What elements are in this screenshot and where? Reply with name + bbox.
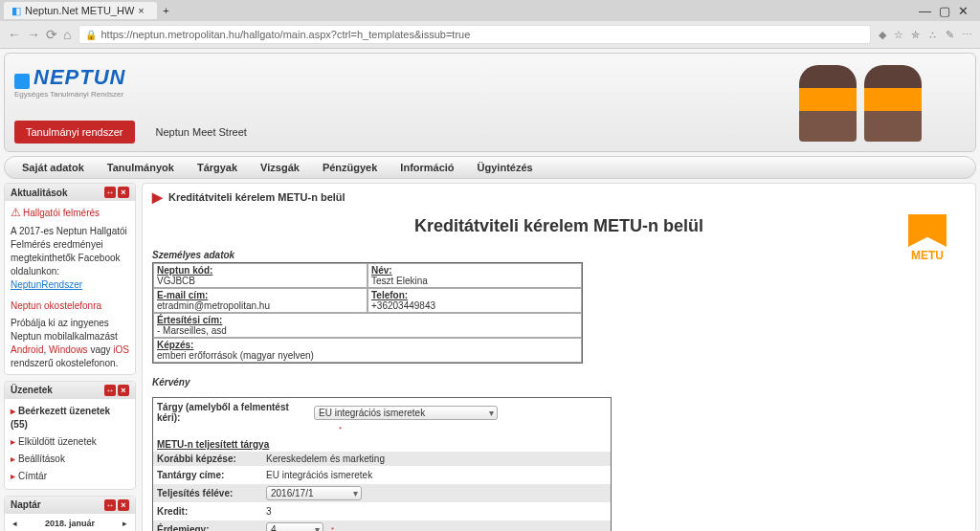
cal-month: 2018. január <box>45 518 95 530</box>
course-value: EU integrációs ismeretek <box>266 470 372 480</box>
section-request: Kérvény <box>152 377 966 387</box>
favorites-bar-icon[interactable]: ✮ <box>911 29 920 41</box>
training-value: emberi erőforrások (magyar nyelven) <box>157 350 578 361</box>
news-link[interactable]: NeptunRendszer <box>11 279 82 290</box>
phone-value: +36203449843 <box>371 300 578 311</box>
tab-favicon: ◧ <box>11 5 21 17</box>
msg-inbox[interactable]: Beérkezett üzenetek (55) <box>11 403 129 433</box>
maximize-icon[interactable]: ▢ <box>939 4 950 18</box>
menu-icon[interactable]: ⋯ <box>962 29 972 41</box>
prev-value: Kereskedelem és marketing <box>266 454 385 464</box>
metu-logo: METU <box>899 214 956 272</box>
browser-tab[interactable]: ◧ Neptun.Net METU_HW × <box>4 2 157 19</box>
news-title: Aktualitások <box>11 188 67 198</box>
header-nav: Tanulmányi rendszer Neptun Meet Street <box>14 121 258 144</box>
menu-targyak[interactable]: Tárgyak <box>188 158 247 177</box>
news-panel: Aktualitások ↔× ⚠Hallgatói felmérés A 20… <box>4 183 136 375</box>
panel-close-icon[interactable]: × <box>118 385 129 396</box>
panel-action-icon[interactable]: ↔ <box>104 499 116 511</box>
required-marker: * <box>331 525 334 531</box>
messages-panel: Üzenetek ↔× Beérkezett üzenetek (55) Elk… <box>4 381 136 490</box>
name-value: Teszt Elekina <box>371 276 578 286</box>
msg-directory[interactable]: Címtár <box>11 468 129 485</box>
logo-icon <box>14 74 30 89</box>
messages-title: Üzenetek <box>11 385 53 395</box>
browser-chrome: ◧ Neptun.Net METU_HW × + — ▢ ✕ ← → ⟳ ⌂ h… <box>0 0 980 49</box>
phone-title[interactable]: Neptun okostelefonra <box>11 299 129 313</box>
email-value: etradmin@metropolitan.hu <box>157 300 364 311</box>
minimize-icon[interactable]: — <box>919 4 931 18</box>
new-tab-button[interactable]: + <box>163 5 168 16</box>
nav-tanulmanyi[interactable]: Tanulmányi rendszer <box>14 121 135 144</box>
menu-tanulmanyok[interactable]: Tanulmányok <box>98 158 184 177</box>
completed-title: METU-n teljesített tárgya <box>157 439 607 450</box>
url-input[interactable]: https://neptun.metropolitan.hu/hallgato/… <box>78 25 871 44</box>
breadcrumb: ▶ Kreditátviteli kérelem METU-n belül <box>152 188 966 210</box>
grade-dropdown[interactable]: 4 <box>266 522 323 531</box>
extension-icon[interactable]: ◆ <box>879 29 886 41</box>
close-icon[interactable]: × <box>138 5 149 16</box>
calendar-title: Naptár <box>11 499 41 510</box>
menu-informacio[interactable]: Információ <box>390 158 463 177</box>
news-text: A 2017-es Neptun Hallgatói Felmérés ered… <box>11 226 127 277</box>
panel-close-icon[interactable]: × <box>118 187 129 198</box>
page-header: NEPTUN Egységes Tanulmányi Rendszer Tanu… <box>4 53 976 152</box>
url-bar: ← → ⟳ ⌂ https://neptun.metropolitan.hu/h… <box>0 21 980 48</box>
semester-dropdown[interactable]: 2016/17/1 <box>266 486 362 500</box>
link-android[interactable]: Android <box>11 344 43 355</box>
menu-ugyintezes[interactable]: Ügyintézés <box>468 158 543 177</box>
page-title: Kreditátviteli kérelem METU-n belül <box>152 210 966 246</box>
notif-value: - Marseilles, asd <box>157 325 578 336</box>
panel-action-icon[interactable]: ↔ <box>104 385 116 396</box>
breadcrumb-text: Kreditátviteli kérelem METU-n belül <box>168 191 345 203</box>
reload-icon[interactable]: ⟳ <box>46 27 57 42</box>
cal-prev-icon[interactable]: ◂ <box>12 518 17 530</box>
subject-dropdown[interactable]: EU integrációs ismeretek <box>314 406 498 420</box>
required-marker: * <box>320 425 607 433</box>
reading-icon[interactable]: ⛬ <box>927 29 938 41</box>
url-text: https://neptun.metropolitan.hu/hallgato/… <box>100 29 470 40</box>
menu-penzugyek[interactable]: Pénzügyek <box>313 158 387 177</box>
panel-action-icon[interactable]: ↔ <box>104 187 116 198</box>
home-icon[interactable]: ⌂ <box>63 27 71 42</box>
sidebar: Aktualitások ↔× ⚠Hallgatói felmérés A 20… <box>4 183 136 531</box>
banner-image <box>765 57 956 149</box>
tab-title: Neptun.Net METU_HW <box>25 5 134 16</box>
neptun-value: VGJBCB <box>157 276 364 286</box>
window-controls: — ▢ ✕ <box>919 4 976 18</box>
link-windows[interactable]: Windows <box>49 344 88 355</box>
panel-close-icon[interactable]: × <box>118 499 129 511</box>
menu-bar: Saját adatok Tanulmányok Tárgyak Vizsgák… <box>4 156 976 179</box>
msg-sent[interactable]: Elküldött üzenetek <box>11 433 129 451</box>
chevron-right-icon: ▶ <box>152 189 163 205</box>
link-ios[interactable]: iOS <box>113 344 129 355</box>
content-area: ▶ Kreditátviteli kérelem METU-n belül Kr… <box>142 183 976 531</box>
nav-meetstreet[interactable]: Neptun Meet Street <box>145 121 258 144</box>
back-icon[interactable]: ← <box>8 27 21 42</box>
cal-next-icon[interactable]: ▸ <box>122 518 127 530</box>
forward-icon[interactable]: → <box>27 27 40 42</box>
personal-form: Neptun kód:VGJBCB Név:Teszt Elekina E-ma… <box>152 262 583 364</box>
lock-icon <box>85 29 97 40</box>
calendar-panel: Naptár ↔× ◂2018. január▸ HKSzeCsPSzoV 25… <box>4 496 136 531</box>
favorite-icon[interactable]: ☆ <box>894 29 903 41</box>
logo-title: NEPTUN <box>33 65 125 89</box>
msg-settings[interactable]: Beállítások <box>11 451 129 468</box>
section-personal: Személyes adatok <box>152 250 966 260</box>
tab-bar: ◧ Neptun.Net METU_HW × + — ▢ ✕ <box>0 0 980 21</box>
menu-sajat[interactable]: Saját adatok <box>12 158 94 177</box>
notes-icon[interactable]: ✎ <box>946 29 954 41</box>
close-window-icon[interactable]: ✕ <box>958 4 969 18</box>
request-box: Tárgy (amelyből a felmentést kéri): EU i… <box>152 397 612 531</box>
logo-subtitle: Egységes Tanulmányi Rendszer <box>14 90 125 99</box>
news-warning[interactable]: Hallgatói felmérés <box>23 208 100 218</box>
menu-vizsgak[interactable]: Vizsgák <box>251 158 309 177</box>
alert-icon: ⚠ <box>11 206 21 219</box>
logo: NEPTUN Egységes Tanulmányi Rendszer <box>14 65 125 99</box>
credit-value: 3 <box>266 506 272 517</box>
